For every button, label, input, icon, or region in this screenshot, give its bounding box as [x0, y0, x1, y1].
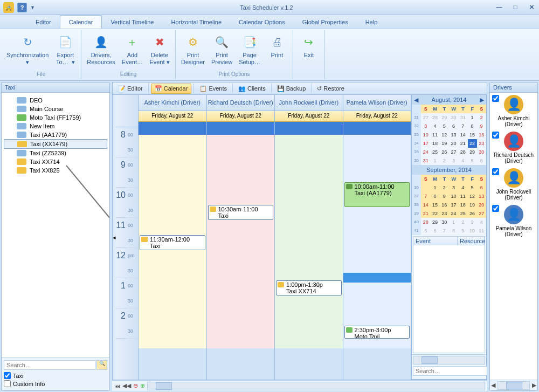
cal-title[interactable]: August, 2014	[432, 97, 467, 103]
maximize-button[interactable]: □	[511, 4, 520, 11]
cal-day[interactable]: 20	[449, 139, 458, 148]
cal-day[interactable]: 31	[458, 113, 467, 122]
cal-day[interactable]: 8	[431, 192, 440, 201]
ribbon-add-button[interactable]: ＋Add Event…	[119, 31, 146, 71]
driver-checkbox[interactable]	[492, 168, 499, 175]
ribbon-export-button[interactable]: 📄Export To… ▾	[52, 31, 79, 71]
cal-day[interactable]: 9	[477, 122, 486, 130]
ribbon-print-button[interactable]: ⚙Print Designer	[178, 31, 208, 71]
cal-day[interactable]: 21	[458, 139, 467, 148]
event-pane[interactable]: Event Resource	[413, 236, 485, 353]
cal-day[interactable]: 11	[431, 130, 440, 139]
cal-day[interactable]: 29	[431, 218, 440, 226]
appointment[interactable]: 10:30am-11:00Taxi	[208, 205, 274, 220]
resource-col-header[interactable]: Resource	[458, 237, 485, 245]
drv-scroll-right-icon[interactable]: ▶	[532, 382, 536, 389]
tree-item[interactable]: Main Course	[4, 105, 107, 113]
cal-day[interactable]: 3	[449, 156, 458, 165]
cal-day[interactable]: 12	[468, 192, 477, 201]
toolbar-events-button[interactable]: 📋Events	[196, 84, 230, 93]
schedule-scrollbar[interactable]	[147, 382, 485, 390]
toolbar-backup-button[interactable]: 💾Backup	[274, 84, 309, 93]
custom-info-checkbox-row[interactable]: Custom Info	[4, 380, 107, 387]
cal-day[interactable]: 23	[477, 139, 486, 148]
cal-day[interactable]: 25	[431, 148, 440, 156]
driver-header[interactable]: Richard Deutsch (Driver)	[207, 95, 275, 111]
appointment[interactable]: 11:30am-12:00Taxi	[140, 235, 205, 250]
zoom-out-icon[interactable]: ⊖	[133, 382, 138, 389]
cal-day[interactable]: 4	[477, 218, 486, 226]
cal-day[interactable]: 5	[421, 226, 430, 235]
drivers-scrollbar[interactable]	[497, 381, 530, 390]
cal-day[interactable]: 13	[477, 192, 486, 201]
driver-item[interactable]: 👤Pamela Wilson (Driver)	[490, 203, 537, 239]
cal-day[interactable]: 10	[421, 130, 430, 139]
date-header[interactable]: Friday, August 22	[207, 111, 275, 122]
appointment[interactable]: 10:00am-11:00Taxi (AA1779)	[344, 182, 410, 207]
cal-day[interactable]: 8	[468, 122, 477, 130]
ribbon-print-button[interactable]: 🔍Print Preview	[208, 31, 236, 71]
tree-item[interactable]: Taxi (ZZ5239)	[4, 149, 107, 157]
menu-global-properties[interactable]: Global Properties	[294, 16, 357, 29]
help-icon[interactable]: ?	[17, 3, 27, 12]
cal-day[interactable]: 7	[440, 226, 449, 235]
cal-day[interactable]: 1	[468, 113, 477, 122]
cal-day[interactable]: 4	[458, 183, 467, 192]
cal-day[interactable]: 28	[458, 148, 467, 156]
cal-day[interactable]: 8	[449, 226, 458, 235]
toolbar-clients-button[interactable]: 👥Clients	[235, 84, 269, 93]
cal-day[interactable]: 24	[449, 209, 458, 218]
cal-day[interactable]: 30	[477, 148, 486, 156]
schedule-grid[interactable]: ◂ 800309003010003011003012pm301003020030…	[112, 95, 487, 380]
cal-day[interactable]: 4	[431, 122, 440, 130]
cal-day[interactable]: 27	[449, 148, 458, 156]
cal-day[interactable]: 14	[458, 130, 467, 139]
cal-day[interactable]: 2	[440, 183, 449, 192]
cal-day[interactable]: 28	[431, 113, 440, 122]
driver-header[interactable]: Pamela Wilson (Driver)	[343, 95, 411, 111]
appointment[interactable]: 2:30pm-3:00pMoto Taxi	[344, 326, 410, 339]
appointment[interactable]: 1:00pm-1:30pTaxi XX714	[276, 280, 342, 295]
menu-calendar[interactable]: Calendar	[60, 15, 102, 29]
cal-day[interactable]: 14	[421, 201, 430, 209]
cal-day[interactable]: 26	[468, 209, 477, 218]
driver-column[interactable]: Pamela Wilson (Driver)Friday, August 221…	[343, 95, 412, 380]
cal-day[interactable]: 29	[440, 113, 449, 122]
cal-day[interactable]: 19	[440, 139, 449, 148]
cal-day[interactable]: 17	[421, 139, 430, 148]
menu-editor[interactable]: Editor	[27, 16, 60, 29]
cal-day[interactable]: 18	[458, 201, 467, 209]
cal-day[interactable]: 9	[458, 226, 467, 235]
tree-item[interactable]: Taxi (XX1479)	[4, 139, 107, 149]
qat-dropdown-icon[interactable]: ▼	[30, 5, 35, 10]
cal-day[interactable]: 23	[440, 209, 449, 218]
driver-checkbox[interactable]	[492, 95, 499, 102]
cal-day[interactable]: 6	[431, 226, 440, 235]
date-header[interactable]: Friday, August 22	[275, 111, 343, 122]
cal-day[interactable]: 31	[421, 156, 430, 165]
cal-day[interactable]: 5	[468, 183, 477, 192]
cal-day[interactable]: 15	[468, 130, 477, 139]
driver-item[interactable]: 👤Asher Kimchi (Driver)	[490, 93, 537, 129]
cal-day[interactable]: 12	[440, 130, 449, 139]
cal-day[interactable]: 18	[431, 139, 440, 148]
tree-item[interactable]: New Item	[4, 122, 107, 130]
menu-help[interactable]: Help	[357, 16, 386, 29]
cal-day[interactable]: 5	[468, 156, 477, 165]
drv-scroll-left-icon[interactable]: ◀	[491, 382, 495, 389]
event-col-header[interactable]: Event	[413, 237, 458, 245]
cal-day[interactable]: 11	[477, 226, 486, 235]
cal-day[interactable]	[421, 183, 430, 192]
driver-checkbox[interactable]	[492, 132, 499, 139]
taxi-tree[interactable]: DEOMain CourseMoto Taxi (FF1759)New Item…	[2, 93, 109, 357]
cal-day[interactable]: 2	[440, 156, 449, 165]
toolbar-restore-button[interactable]: ↺Restore	[314, 84, 348, 93]
cal-day[interactable]: 1	[431, 183, 440, 192]
toolbar-calendar-button[interactable]: 📅Calendar	[151, 84, 192, 94]
left-search-button[interactable]: 🔍	[96, 360, 107, 370]
custom-info-checkbox[interactable]	[4, 380, 11, 387]
cal-day[interactable]: 4	[458, 156, 467, 165]
cal-day[interactable]: 6	[477, 156, 486, 165]
ribbon-exit-button[interactable]: ↪Exit	[295, 31, 322, 77]
cal-day[interactable]: 1	[449, 218, 458, 226]
